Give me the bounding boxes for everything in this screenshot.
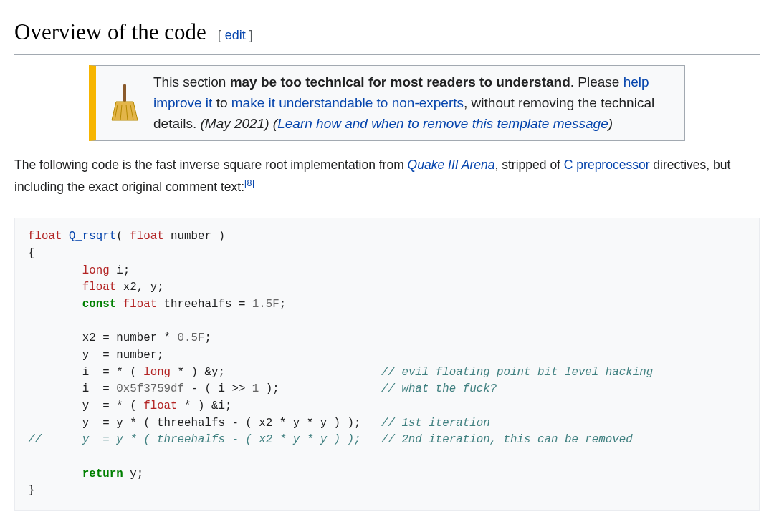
technical-ambox: This section may be too technical for mo…	[89, 65, 685, 141]
quake-link[interactable]: Quake III Arena	[408, 158, 495, 172]
svg-rect-0	[123, 84, 126, 102]
section-header: Overview of the code [ edit ]	[14, 14, 760, 55]
code-block: float Q_rsqrt( float number ) { long i; …	[14, 218, 760, 511]
edit-section: [ edit ]	[218, 25, 253, 46]
intro-paragraph: The following code is the fast inverse s…	[14, 154, 760, 198]
citation-8[interactable]: [8]	[244, 178, 254, 188]
non-experts-link[interactable]: make it understandable to non-experts	[231, 95, 464, 110]
edit-link[interactable]: edit	[225, 28, 246, 42]
broom-icon	[102, 84, 153, 122]
section-heading: Overview of the code	[14, 14, 206, 50]
ambox-text: This section may be too technical for mo…	[153, 72, 673, 135]
c-preprocessor-link[interactable]: C preprocessor	[564, 158, 650, 172]
learn-how-link[interactable]: Learn how and when to remove this templa…	[277, 116, 608, 131]
